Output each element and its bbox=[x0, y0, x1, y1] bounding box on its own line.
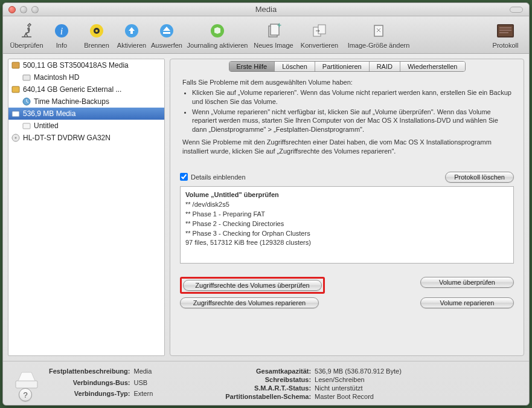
clear-log-button[interactable]: Protokoll löschen bbox=[445, 172, 514, 183]
titlebar[interactable]: Media bbox=[3, 3, 529, 16]
tab-bar: Erste Hilfe Löschen Partitionieren RAID … bbox=[229, 61, 466, 72]
eject-icon bbox=[157, 21, 176, 40]
svg-point-4 bbox=[95, 30, 98, 32]
info-footer: Festplattenbeschreibung:Media Verbindung… bbox=[3, 361, 529, 405]
repair-disk-button[interactable]: Volume reparieren bbox=[420, 297, 514, 308]
tab-erase[interactable]: Löschen bbox=[275, 62, 315, 71]
log-line: ** Phase 2 - Checking Directories bbox=[185, 219, 508, 229]
toolbar-journaling[interactable]: Journaling aktivieren bbox=[184, 21, 251, 49]
sidebar-volume-untitled[interactable]: Untitled bbox=[8, 120, 164, 132]
convert-icon bbox=[310, 21, 329, 40]
log-line: 97 files, 517312 KiB free (129328 cluste… bbox=[185, 238, 508, 248]
timemachine-icon bbox=[22, 97, 31, 106]
verify-disk-button[interactable]: Volume überprüfen bbox=[420, 277, 514, 288]
svg-rect-27 bbox=[16, 381, 37, 388]
volume-icon bbox=[22, 73, 31, 82]
device-sidebar[interactable]: 500,11 GB ST3500418AS Media Macintosh HD… bbox=[8, 59, 165, 356]
hdd-external-icon bbox=[11, 85, 21, 94]
log-line: ** /dev/disk2s5 bbox=[185, 200, 508, 210]
sidebar-item-label: 536,9 MB Media bbox=[23, 109, 75, 118]
microscope-icon bbox=[17, 21, 36, 40]
help-button[interactable]: ? bbox=[19, 388, 32, 401]
burn-icon bbox=[87, 21, 106, 40]
sidebar-item-label: 500,11 GB ST3500418AS Media bbox=[23, 61, 129, 70]
sidebar-item-label: Macintosh HD bbox=[34, 73, 79, 82]
show-details-checkbox[interactable]: Details einblenden bbox=[180, 173, 246, 181]
log-line: ** Phase 3 - Checking for Orphan Cluster… bbox=[185, 229, 508, 239]
svg-rect-23 bbox=[12, 111, 19, 117]
new-image-icon: + bbox=[264, 21, 283, 40]
sidebar-optical-drive[interactable]: HL-DT-ST DVDRW GA32N bbox=[8, 132, 164, 144]
svg-rect-24 bbox=[23, 123, 30, 129]
footer-right-column: Gesamtkapazität:536,9 MB (536.870.912 By… bbox=[225, 368, 402, 400]
sidebar-item-label: HL-DT-ST DVDRW GA32N bbox=[23, 134, 111, 142]
verify-permissions-button[interactable]: Zugriffsrechte des Volumes überprüfen bbox=[183, 280, 322, 291]
toolbar-info[interactable]: i Info bbox=[44, 21, 79, 49]
sidebar-item-label: Untitled bbox=[34, 121, 59, 130]
optical-icon bbox=[11, 133, 21, 143]
window-title: Media bbox=[3, 5, 529, 14]
toolbar-new-image[interactable]: + Neues Image bbox=[251, 21, 296, 49]
sidebar-disk-internal[interactable]: 500,11 GB ST3500418AS Media bbox=[8, 59, 164, 71]
svg-rect-15 bbox=[498, 25, 513, 36]
log-line: Volume „Untitled" überprüfen bbox=[185, 190, 508, 200]
show-details-label: Details einblenden bbox=[191, 173, 246, 181]
toolbar-eject[interactable]: Auswerfen bbox=[149, 21, 184, 49]
sidebar-volume-timemachine[interactable]: Time Machine-Backups bbox=[8, 96, 164, 108]
tab-restore[interactable]: Wiederherstellen bbox=[400, 62, 465, 71]
repair-permissions-button[interactable]: Zugriffsrechte des Volumes reparieren bbox=[180, 297, 319, 308]
log-output[interactable]: Volume „Untitled" überprüfen ** /dev/dis… bbox=[180, 186, 514, 264]
sidebar-disk-media[interactable]: 536,9 MB Media bbox=[8, 108, 164, 120]
log-icon bbox=[496, 21, 515, 40]
sidebar-item-label: 640,14 GB Generic External ... bbox=[23, 85, 121, 94]
highlighted-annotation: Zugriffsrechte des Volumes überprüfen bbox=[180, 277, 325, 294]
svg-rect-20 bbox=[23, 75, 30, 80]
svg-text:i: i bbox=[60, 26, 63, 36]
svg-rect-13 bbox=[374, 25, 383, 36]
show-details-input[interactable] bbox=[180, 173, 188, 181]
svg-rect-12 bbox=[318, 25, 325, 34]
volume-icon bbox=[22, 121, 31, 131]
toolbar-verify[interactable]: Überprüfen bbox=[9, 21, 44, 49]
toolbar-log[interactable]: Protokoll bbox=[488, 21, 523, 49]
toolbar-burn[interactable]: Brennen bbox=[79, 21, 114, 49]
tab-raid[interactable]: RAID bbox=[370, 62, 400, 71]
toolbar-convert[interactable]: Konvertieren bbox=[296, 21, 342, 49]
removable-icon bbox=[11, 109, 21, 118]
sidebar-item-label: Time Machine-Backups bbox=[34, 97, 109, 106]
resize-icon bbox=[369, 21, 388, 40]
instructions-text: Falls Sie Probleme mit dem ausgewählten … bbox=[170, 77, 524, 161]
log-line: ** Phase 1 - Preparing FAT bbox=[185, 210, 508, 219]
toolbar: Überprüfen i Info Brennen Aktivieren Aus… bbox=[3, 16, 529, 54]
detail-pane: Erste Hilfe Löschen Partitionieren RAID … bbox=[170, 59, 524, 356]
tab-first-aid[interactable]: Erste Hilfe bbox=[229, 62, 275, 71]
mount-icon bbox=[122, 21, 141, 40]
svg-text:+: + bbox=[277, 22, 281, 30]
toolbar-toggle-button[interactable] bbox=[510, 7, 523, 13]
tab-partition[interactable]: Partitionieren bbox=[315, 62, 370, 71]
info-icon: i bbox=[52, 21, 71, 40]
toolbar-mount[interactable]: Aktivieren bbox=[114, 21, 149, 49]
footer-left-column: Festplattenbeschreibung:Media Verbindung… bbox=[49, 368, 153, 400]
svg-point-26 bbox=[15, 137, 17, 139]
journal-icon bbox=[208, 21, 227, 40]
svg-rect-21 bbox=[12, 86, 19, 92]
toolbar-resize-image[interactable]: Image-Größe ändern bbox=[342, 21, 415, 49]
sidebar-disk-external[interactable]: 640,14 GB Generic External ... bbox=[8, 83, 164, 96]
svg-rect-19 bbox=[12, 62, 19, 68]
sidebar-volume-macintosh-hd[interactable]: Macintosh HD bbox=[8, 71, 164, 83]
hdd-icon bbox=[11, 60, 21, 70]
disk-utility-window: Media Überprüfen i Info Brennen Aktivi bbox=[2, 2, 530, 406]
